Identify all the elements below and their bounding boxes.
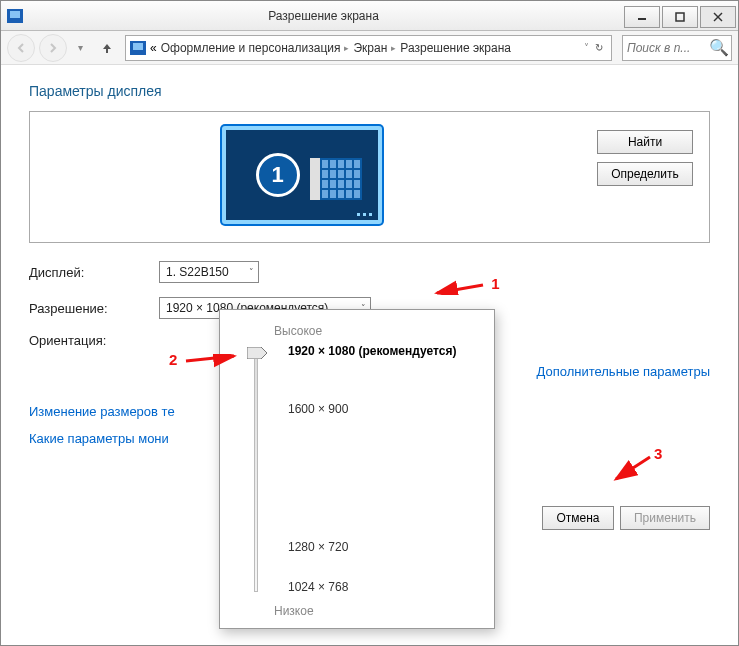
display-value: 1. S22B150 [166,265,229,279]
display-preview-box: 1 Найти Определить [29,111,710,243]
res-low-label: Низкое [274,604,484,618]
window-title: Разрешение экрана [23,9,624,23]
chevron-right-icon: ▸ [391,43,396,53]
resolution-slider-thumb[interactable] [247,347,267,359]
resolution-option[interactable]: 1600 × 900 [288,402,348,416]
location-icon [130,41,146,55]
resolution-slider-track[interactable] [254,348,258,592]
resolution-label: Разрешение: [29,301,159,316]
breadcrumb-item[interactable]: Экран [353,41,387,55]
minimize-button[interactable] [624,6,660,28]
advanced-settings-link[interactable]: Дополнительные параметры [536,364,710,379]
refresh-icon[interactable]: ↻ [595,42,603,53]
resolution-option[interactable]: 1280 × 720 [288,540,348,554]
search-box[interactable]: 🔍 [622,35,732,61]
chevron-down-icon: ˅ [249,267,254,277]
svg-rect-1 [676,13,684,21]
history-dropdown[interactable]: ▾ [71,42,89,53]
apply-button[interactable]: Применить [620,506,710,530]
display-label: Дисплей: [29,265,159,280]
resolution-popup: Высокое 1920 × 1080 (рекомендуется) 1600… [219,309,495,629]
detect-button[interactable]: Определить [597,162,693,186]
page-heading: Параметры дисплея [29,83,710,99]
resolution-option[interactable]: 1024 × 768 [288,580,348,594]
chevron-down-icon[interactable]: ˅ [584,42,589,53]
breadcrumb-box[interactable]: « Оформление и персонализация ▸ Экран ▸ … [125,35,612,61]
find-button[interactable]: Найти [597,130,693,154]
cancel-button[interactable]: Отмена [542,506,614,530]
forward-button[interactable] [39,34,67,62]
search-icon: 🔍 [709,38,729,57]
breadcrumb-prefix: « [150,41,157,55]
display-select[interactable]: 1. S22B150 ˅ [159,261,259,283]
svg-marker-4 [247,347,267,359]
orientation-label: Ориентация: [29,333,159,348]
window-titlebar: Разрешение экрана [1,1,738,31]
close-button[interactable] [700,6,736,28]
resolution-option[interactable]: 1920 × 1080 (рекомендуется) [288,344,456,358]
monitor-number: 1 [256,153,300,197]
breadcrumb-item[interactable]: Разрешение экрана [400,41,511,55]
monitor-preview[interactable]: 1 [222,126,382,224]
res-high-label: Высокое [274,324,484,338]
maximize-button[interactable] [662,6,698,28]
breadcrumb-item[interactable]: Оформление и персонализация [161,41,341,55]
window-icon [7,9,23,23]
up-button[interactable] [93,34,121,62]
back-button[interactable] [7,34,35,62]
chevron-right-icon: ▸ [344,43,349,53]
search-input[interactable] [627,41,709,55]
address-bar: ▾ « Оформление и персонализация ▸ Экран … [1,31,738,65]
monitor-graphic-icon [310,158,362,200]
